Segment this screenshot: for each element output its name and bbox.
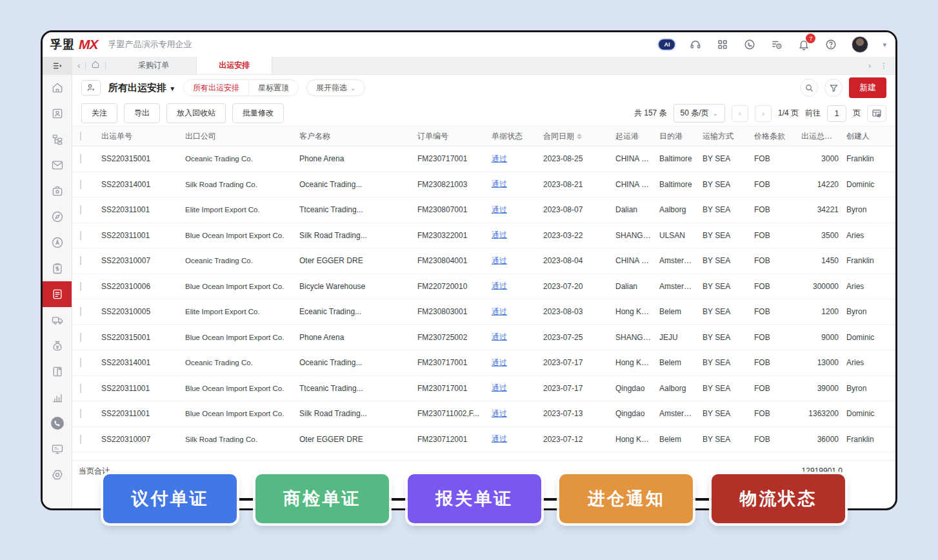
task-list-icon[interactable] <box>770 38 783 51</box>
sidebar-item-shipping-docs-active[interactable] <box>43 281 72 307</box>
row-checkbox[interactable] <box>80 282 81 291</box>
cell-contract-date: 2023-03-22 <box>539 231 612 240</box>
prev-page-button[interactable]: ‹ <box>732 105 748 122</box>
tab-more-icon[interactable]: ⋮ <box>880 61 888 70</box>
new-button[interactable]: 新建 <box>849 77 886 98</box>
headset-support-icon[interactable] <box>689 38 702 51</box>
batch-edit-button[interactable]: 批量修改 <box>232 103 284 123</box>
sidebar-item-money-bag[interactable] <box>43 333 72 359</box>
negotiation-docs-button[interactable]: 议付单证 <box>103 474 237 523</box>
row-checkbox[interactable] <box>80 180 81 189</box>
sidebar-item-notebook[interactable] <box>43 359 72 385</box>
table-row[interactable]: SS220315001 Oceanic Trading Co. Phone Ar… <box>72 146 895 172</box>
cell-transport: BY SEA <box>699 307 750 316</box>
row-checkbox[interactable] <box>80 307 81 316</box>
table-row[interactable]: SS220315001 Blue Ocean Import Export Co.… <box>72 325 895 351</box>
user-avatar[interactable] <box>852 36 868 53</box>
avatar-chevron-down-icon[interactable]: ▾ <box>883 41 886 49</box>
table-row[interactable]: SS220310007 Silk Road Trading Co. Oter E… <box>72 427 895 453</box>
apps-grid-icon[interactable] <box>716 38 729 51</box>
inspection-docs-button[interactable]: 商检单证 <box>255 474 389 523</box>
pill-star-pinned[interactable]: 星标置顶 <box>248 80 298 95</box>
row-checkbox[interactable] <box>80 231 81 240</box>
table-row[interactable]: SS220310007 Oceanic Trading Co. Oter EGG… <box>72 248 895 274</box>
row-checkbox[interactable] <box>80 384 81 393</box>
status-link[interactable]: 通过 <box>492 332 507 341</box>
goto-page-input[interactable] <box>827 105 846 122</box>
logistics-status-button[interactable]: 物流状态 <box>712 474 845 523</box>
row-checkbox[interactable] <box>80 435 81 444</box>
tab-back-icon[interactable]: ‹ <box>77 61 80 70</box>
cell-contract-date: 2023-08-03 <box>539 307 612 316</box>
sidebar-item-contacts[interactable] <box>43 101 72 126</box>
customs-docs-button[interactable]: 报关单证 <box>408 474 541 523</box>
whatsapp-icon[interactable] <box>743 38 756 51</box>
sidebar-item-whatsapp[interactable] <box>43 410 72 436</box>
status-link[interactable]: 通过 <box>492 256 507 265</box>
row-checkbox[interactable] <box>80 256 81 265</box>
search-icon[interactable] <box>800 79 818 97</box>
tab-shipping-arrangement[interactable]: 出运安排 <box>197 57 272 74</box>
cell-total-amount: 36000 <box>797 435 843 444</box>
col-export-company: 出口公司 <box>181 131 295 142</box>
row-checkbox[interactable] <box>80 409 81 418</box>
sidebar-item-circle-a[interactable] <box>43 230 72 255</box>
col-contract-date[interactable]: 合同日期 <box>539 131 612 142</box>
table-row[interactable]: SS220311001 Blue Ocean Import Export Co.… <box>72 223 895 249</box>
status-link[interactable]: 通过 <box>492 358 507 367</box>
tab-forward-icon[interactable]: › <box>868 61 871 70</box>
sidebar-item-logistics-truck[interactable] <box>43 307 72 333</box>
status-link[interactable]: 通过 <box>492 281 507 290</box>
table-row[interactable]: SS220311001 Blue Ocean Import Export Co.… <box>72 401 895 427</box>
follow-button[interactable]: 关注 <box>81 103 117 123</box>
page-size-select[interactable]: 50 条/页⌄ <box>674 104 725 123</box>
sidebar-item-monitor[interactable] <box>43 436 72 462</box>
cell-creator: Byron <box>843 307 895 316</box>
column-settings-icon[interactable] <box>867 105 886 122</box>
table-row[interactable]: SS220310006 Blue Ocean Import Export Co.… <box>72 274 895 300</box>
sort-icon[interactable] <box>577 134 582 139</box>
sidebar-collapse-icon[interactable] <box>43 57 72 75</box>
col-creator: 创建人 <box>843 131 895 142</box>
table-row[interactable]: SS220311001 Blue Ocean Import Export Co.… <box>72 376 895 402</box>
pill-all-shipping[interactable]: 所有出运安排 <box>184 80 248 95</box>
next-page-button[interactable]: › <box>755 105 772 122</box>
sidebar-item-business-bag[interactable] <box>43 178 72 204</box>
sidebar-item-bar-chart[interactable] <box>43 385 72 410</box>
notifications-bell-icon[interactable]: 7 <box>797 38 810 51</box>
status-link[interactable]: 通过 <box>492 434 507 443</box>
row-checkbox[interactable] <box>80 205 81 214</box>
sidebar-item-org-flow[interactable] <box>43 126 72 152</box>
status-link[interactable]: 通过 <box>492 383 507 392</box>
sidebar-item-home[interactable] <box>43 75 72 101</box>
table-row[interactable]: SS220314001 Silk Road Trading Co. Oceani… <box>72 172 895 198</box>
status-link[interactable]: 通过 <box>492 154 507 163</box>
status-link[interactable]: 通过 <box>492 409 507 418</box>
sidebar-item-mail[interactable] <box>43 152 72 178</box>
table-row[interactable]: SS220310005 Elite Import Export Co. Ecea… <box>72 299 895 325</box>
warehouse-notice-button[interactable]: 进仓通知 <box>559 474 693 523</box>
status-link[interactable]: 通过 <box>492 307 507 316</box>
export-button[interactable]: 导出 <box>124 103 160 123</box>
sidebar-item-compass[interactable] <box>43 204 72 230</box>
table-row[interactable]: SS220311001 Elite Import Export Co. Ttce… <box>72 197 895 223</box>
ai-assistant-button[interactable]: AI <box>659 39 675 50</box>
help-icon[interactable] <box>824 38 837 51</box>
table-row[interactable]: SS220314001 Oceanic Trading Co. Oceanic … <box>72 350 895 376</box>
status-link[interactable]: 通过 <box>492 205 507 214</box>
status-link[interactable]: 通过 <box>492 230 507 239</box>
select-all-checkbox[interactable] <box>80 132 81 141</box>
row-checkbox[interactable] <box>80 154 81 163</box>
sidebar-item-finance-clipboard[interactable] <box>43 255 72 281</box>
tab-home-icon[interactable] <box>91 60 100 71</box>
recycle-bin-button[interactable]: 放入回收站 <box>166 103 226 123</box>
status-link[interactable]: 通过 <box>492 179 507 188</box>
filter-funnel-icon[interactable] <box>824 79 843 97</box>
view-title-dropdown[interactable]: 所有出运安排 ▼ <box>108 82 175 94</box>
tab-purchase-orders[interactable]: 采购订单 <box>111 57 197 74</box>
owner-filter-icon[interactable] <box>81 80 101 95</box>
sidebar-item-settings-gear[interactable] <box>43 462 72 488</box>
expand-filter-button[interactable]: 展开筛选 ⌄ <box>306 79 365 96</box>
row-checkbox[interactable] <box>80 358 81 367</box>
row-checkbox[interactable] <box>80 333 81 342</box>
